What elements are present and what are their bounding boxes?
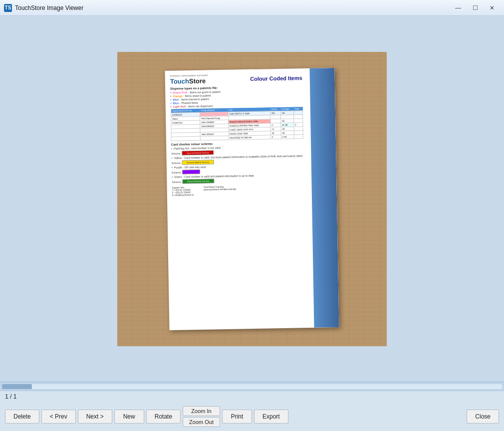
support-email: E: info@touchstore.ie (172, 194, 194, 197)
scheme-box-yellow: General Medical Services (182, 160, 214, 165)
cell: 5 1M (281, 135, 294, 139)
app-icon: TS (4, 4, 12, 12)
doc-dispense-table: Dispensed Form No ProductName Qty Owed D… (171, 107, 303, 141)
app-icon-text: TS (5, 5, 11, 10)
bullet-colored-2: Orange (173, 94, 182, 97)
doc-blue-accent (309, 68, 339, 328)
cell (171, 136, 200, 141)
cell (270, 119, 281, 123)
doc-header: PHARMACY MANAGEMENT SOFTWARE Touch Store… (170, 72, 330, 85)
bullet-colored-5: Light Red (173, 105, 186, 108)
cell (200, 112, 228, 116)
cell (270, 115, 281, 119)
toolbar: Delete < Prev Next > New Rotate Zoom In … (0, 402, 504, 431)
card-bullet-text-3: Purple - GP visit only card (174, 165, 206, 169)
cell: 1M (280, 111, 293, 115)
bullet-colored-4: Blue (173, 101, 179, 104)
prev-button[interactable]: < Prev (41, 410, 76, 424)
doc-logo-area: PHARMACY MANAGEMENT SOFTWARE Touch Store (170, 74, 208, 85)
horizontal-scrollbar[interactable] (2, 384, 502, 389)
col-type: Type (293, 107, 302, 111)
col-owed: Owed (270, 107, 280, 111)
cell (293, 114, 302, 118)
cell: 0 (270, 135, 281, 139)
doc-main-title: Colour Coded Items (250, 74, 302, 81)
window-title: TouchStore Image Viewer (15, 4, 450, 11)
doc-logo-touch: Touch (170, 77, 189, 85)
doc-pharmacy-label: PHARMACY MANAGEMENT SOFTWARE (170, 74, 208, 77)
new-button[interactable]: New (114, 410, 144, 424)
scheme-box-red: General Medical Services (182, 150, 214, 155)
bullet-rest-3: - Items loaned to patient (180, 97, 209, 101)
doc-logo: Touch Store (170, 77, 208, 85)
bullet-rest-2: - Items owed to patient (183, 94, 211, 97)
col-dosage: Dosage (280, 107, 293, 111)
rotate-button[interactable]: Rotate (146, 410, 181, 424)
zoom-out-button[interactable]: Zoom Out (183, 417, 220, 427)
cell (293, 110, 302, 114)
minimize-button[interactable]: — (450, 2, 466, 13)
cell (201, 136, 229, 140)
scheme-label-1: Scheme (171, 151, 180, 154)
cell: Past Dispense Drugs (200, 116, 228, 120)
title-bar: TS TouchStore Image Viewer — ☐ ✕ (0, 0, 504, 16)
cell (280, 115, 293, 119)
cell: 3 (294, 122, 303, 126)
bottom-bar: 1 / 1 Delete < Prev Next > New Rotate Zo… (0, 391, 504, 431)
card-bullet-text-1: Flashing red - card number is not valid (174, 146, 221, 150)
export-button[interactable]: Export (254, 410, 288, 424)
document-background: PHARMACY MANAGEMENT SOFTWARE Touch Store… (117, 52, 387, 346)
image-area: PHARMACY MANAGEMENT SOFTWARE Touch Store… (0, 16, 504, 382)
cell: 4D (281, 127, 294, 131)
document-paper: PHARMACY MANAGEMENT SOFTWARE Touch Store… (165, 68, 339, 330)
card-bullet-text-4: Green - Card number is valid and patient… (174, 174, 254, 178)
cell: XELPZONE W TABS 5G (229, 135, 271, 139)
scheme-box-purple (182, 169, 200, 174)
scheme-label-2: Scheme (172, 161, 181, 164)
cell: 28 (270, 131, 281, 135)
cell: 4D (281, 131, 294, 135)
scheme-label-4: Scheme (172, 180, 181, 183)
close-button[interactable]: Close (467, 410, 499, 424)
bullet-rest-4: - Phased Items (180, 101, 198, 104)
cell (294, 130, 303, 134)
doc-support-left: Support Info: T: +353 61 225655 F: +353 … (172, 186, 194, 197)
zoom-in-button[interactable]: Zoom In (183, 406, 220, 416)
doc-support: Support Info: T: +353 61 225655 F: +353 … (172, 184, 332, 197)
cell: 0 (270, 123, 281, 127)
cell: 21 1M (281, 123, 294, 127)
print-button[interactable]: Print (222, 410, 252, 424)
scrollbar-thumb[interactable] (2, 384, 32, 389)
training-url: www.touchstore.ie/video-tutorials (204, 188, 237, 191)
bullet-rest-5: - Items not dispensed (187, 104, 213, 108)
cell (294, 126, 303, 130)
bullet-colored-3: Blue (173, 98, 179, 101)
maximize-button[interactable]: ☐ (467, 2, 483, 13)
window-close-button[interactable]: ✕ (484, 2, 500, 13)
scrollbar-area (0, 382, 504, 391)
scheme-box-green: General Medical Services (183, 179, 215, 184)
cell: 250 (270, 111, 280, 115)
cell: 14 (270, 127, 281, 131)
doc-card-section: Card checker colour scheme: Flashing red… (171, 140, 331, 184)
page-info-bar: 1 / 1 (0, 391, 504, 402)
page-info: 1 / 1 (5, 393, 16, 400)
bullet-rest-1: - Items not given to patient (188, 90, 221, 94)
window-controls: — ☐ ✕ (450, 2, 500, 13)
doc-support-right: TouchStore Training: www.touchstore.ie/v… (204, 185, 237, 196)
scheme-label-3: Scheme (172, 170, 181, 173)
delete-button[interactable]: Delete (5, 410, 39, 424)
doc-logo-store: Store (189, 77, 206, 85)
bullet-colored-1: Bright Pink (173, 91, 187, 94)
cell (294, 134, 303, 138)
cell (293, 118, 302, 122)
zoom-group: Zoom In Zoom Out (183, 406, 220, 427)
main-content: PHARMACY MANAGEMENT SOFTWARE Touch Store… (0, 16, 504, 391)
cell: 4D (281, 119, 294, 123)
next-button[interactable]: Next > (78, 410, 112, 424)
